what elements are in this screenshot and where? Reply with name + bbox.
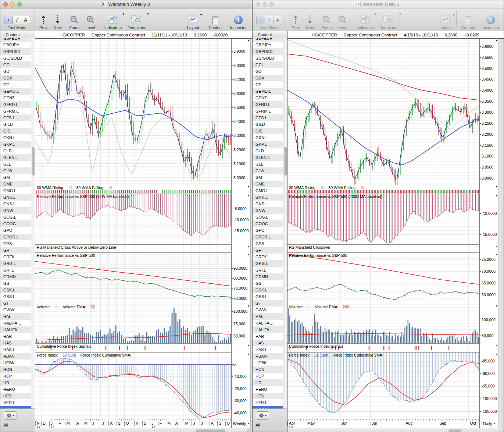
titlebar[interactable]: Weinstein Weekly 3 [0,0,252,8]
sidebar-item-gkpl[interactable]: GKP.L [0,141,31,148]
sidebar-item-hcp[interactable]: HCP [253,373,283,379]
gear-action-button[interactable]: ▾ [256,411,269,420]
layout-icon[interactable]: ▾ [187,14,199,24]
sidebar-item-gm[interactable]: GM [0,174,31,181]
sidebar-item-gskl[interactable]: GSK.L [253,287,283,293]
sidebar-item-gt[interactable]: GT [0,300,31,307]
panel-menu-icon[interactable]: ▾ [248,353,249,356]
sidebar-item-grek[interactable]: GREK [253,254,283,260]
sidebar-item-gpc[interactable]: GPC [0,227,31,234]
zoom-window-icon[interactable] [269,2,274,7]
sidebar-item-halifa[interactable]: HALIFA… [0,320,31,326]
content-label[interactable]: Content [461,25,475,30]
level-label[interactable]: Level [337,25,347,30]
timeframe-dropdown[interactable]: Daily▾ [479,419,498,428]
panel-menu-icon[interactable]: ▾ [496,353,497,356]
sidebar-item-gbpjpy[interactable]: GBPJPY [253,42,283,48]
sidebar-item-gdx[interactable]: GDX [253,75,283,81]
indicators-label[interactable]: Indicators [357,25,374,30]
sidebar-item-gfrml[interactable]: GFRM.L [0,108,31,114]
sidebar-item-gs[interactable]: GS [0,280,31,287]
sidebar-item-har[interactable]: HAR [253,333,283,340]
trendline-tool-button[interactable]: / [265,16,274,24]
sidebar-item-gemdl[interactable]: GEMD.L [0,88,31,95]
sidebar-item-gd[interactable]: GD [253,68,283,75]
panel-force-7[interactable]: Force Index:10 SumForce Index Cumulative… [35,352,252,419]
sidebar-item-gemdl[interactable]: GEMD.L [253,88,283,95]
layout-label[interactable]: Layout [440,25,452,30]
sidebar-item-gogl[interactable]: GOG.L [253,214,283,220]
zoom-in-icon[interactable] [337,15,347,24]
text-tool-button[interactable]: A [21,16,30,24]
sidebar-item-hal[interactable]: HAL [0,313,31,320]
sidebar-item-genz[interactable]: GENZ [0,95,31,101]
panel-menu-icon[interactable]: ▾ [496,39,497,42]
sidebar-item-gnw[interactable]: GNW [0,207,31,214]
sidebar-item-gcgold[interactable]: GC/GOLD [253,55,283,61]
sidebar-item-gis[interactable]: GIS [253,128,283,134]
sidebar-item-gbpeur[interactable]: GBPEUR [0,38,31,42]
timeframe-dropdown[interactable]: Weekly▾ [231,419,250,428]
indicators-label[interactable]: Indicators [104,25,122,30]
filter-all-label[interactable]: All [3,423,8,427]
sidebar-item-gild[interactable]: GILD [0,121,31,128]
sidebar-item-hd[interactable]: HD [253,379,283,386]
minimize-icon[interactable] [262,2,267,7]
sidebar-item-gporl[interactable]: GPOR.L [0,234,31,240]
sidebar-item-gkpl[interactable]: GKP.L [253,141,283,148]
prev-label[interactable]: Prev [292,25,300,30]
indicators-icon[interactable]: ▾ [104,13,122,24]
panel-marks-6[interactable]: Cumulative Force Index Signals [287,343,504,352]
inspector-label[interactable]: Inspector [483,25,499,30]
panel-menu-icon[interactable]: ▾ [496,253,497,256]
minimize-icon[interactable] [10,2,15,7]
sidebar-item-grmn[interactable]: GRMN [253,273,283,280]
sidebar-item-gild[interactable]: GILD [253,121,283,128]
resize-grip[interactable] [499,428,504,432]
tool-mode-segmented-control[interactable]: + / A [4,16,30,24]
sidebar-item-gld[interactable]: GLD [0,148,31,154]
sidebar-item-gril[interactable]: GRI.L [253,267,283,273]
panel-menu-icon[interactable]: ▾ [248,185,249,188]
sidebar-item-glenl[interactable]: GLEN.L [0,154,31,161]
panel-force-7[interactable]: Force Index:10 SumForce Index Cumulative… [287,352,504,419]
sidebar-item-hero[interactable]: HERO [253,386,283,393]
sidebar-item-gis[interactable]: GIS [0,128,31,134]
scrollbar-thumb[interactable] [32,147,35,176]
content-label[interactable]: Content [208,25,223,30]
time-axis[interactable]: Apr13MayJunJulAugSepOct [287,419,479,428]
resize-grip[interactable] [247,428,252,432]
panel-runs-1[interactable]: 30 WMA Rising:III30 WMA Falling:III [35,185,252,194]
panel-menu-icon[interactable]: ▾ [496,305,497,308]
sidebar-item-hfdl[interactable]: HFD.L [0,399,31,406]
sidebar-item-grmn[interactable]: GRMN [0,273,31,280]
hscroll-thumb[interactable] [196,429,225,432]
panel-menu-icon[interactable]: ▾ [496,344,497,347]
sidebar-item-ge[interactable]: GE [253,81,283,88]
prev-arrow-icon[interactable] [292,15,300,24]
panel-menu-icon[interactable]: ▾ [496,194,497,197]
templates-icon[interactable]: ▾ [128,13,146,24]
sidebar-item-glw[interactable]: GLW [253,167,283,174]
sidebar-item-gknl[interactable]: GKN.L [0,134,31,141]
sidebar-item-gld[interactable]: GLD [253,148,283,154]
sidebar-item-gfrdl[interactable]: GFRD.L [0,101,31,108]
sidebar-item-gssl[interactable]: GSS.L [253,293,283,300]
sidebar-item-glw[interactable]: GLW [0,167,31,174]
close-icon[interactable] [3,2,8,7]
sidebar-item-har[interactable]: HAR [0,333,31,340]
sidebar-item-gknl[interactable]: GKN.L [253,134,283,141]
panel-menu-icon[interactable]: ▾ [248,194,249,197]
sidebar-item-hcn[interactable]: HCN [253,366,283,373]
panel-marks-3[interactable]: RS Mansfield Cross Above or Below Zero L… [35,244,252,252]
sidebar-item-has[interactable]: HAS [0,340,31,346]
sidebar-item-gci[interactable]: GCI [0,61,31,68]
sidebar-item-gdx[interactable]: GDX [0,75,31,81]
content-icon[interactable] [465,16,471,24]
sidebar-item-hban[interactable]: HBAN [0,353,31,360]
sidebar-item-gww[interactable]: GWW [253,307,283,313]
sidebar-item-gskl[interactable]: GSK.L [0,287,31,293]
sidebar-item-gll[interactable]: GLL [0,161,31,167]
sidebar-item-gci[interactable]: GCI [253,61,283,68]
zoom-label[interactable]: Zoom [69,25,79,30]
